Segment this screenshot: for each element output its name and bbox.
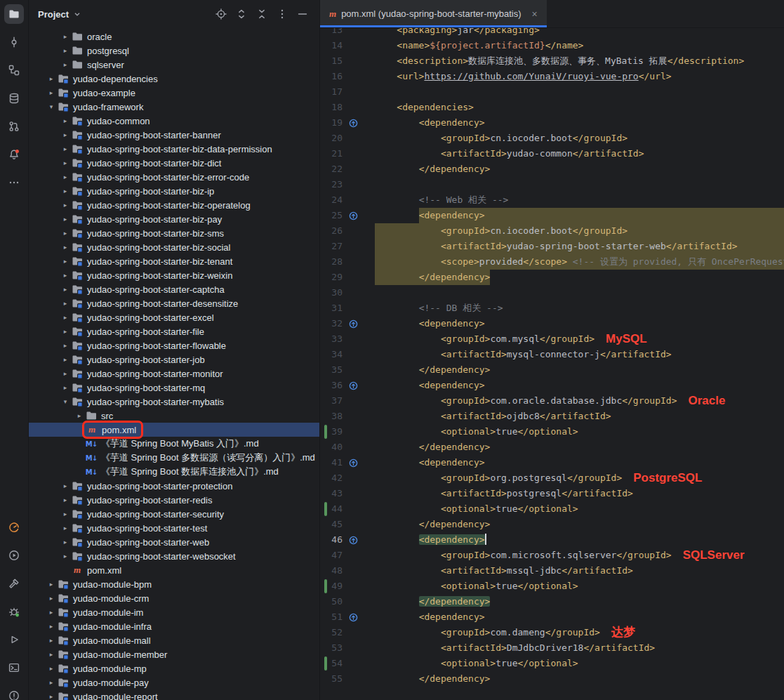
code-content[interactable]: <dependencies>: [375, 100, 784, 115]
dependency-gutter-icon[interactable]: [343, 609, 364, 625]
code-content[interactable]: [375, 285, 784, 301]
tool-terminal-icon[interactable]: [0, 654, 28, 682]
chevron-right-icon[interactable]: ▸: [60, 33, 71, 40]
tree-item[interactable]: M↓《芋道 Spring Boot 多数据源（读写分离）入门》.md: [29, 451, 319, 465]
tree-item[interactable]: ▸yudao-spring-boot-starter-web: [29, 535, 319, 549]
tree-item[interactable]: ▸yudao-module-mall: [29, 633, 319, 647]
editor-tab[interactable]: m pom.xml (yudao-spring-boot-starter-myb…: [320, 0, 547, 27]
tree-item[interactable]: ▸yudao-spring-boot-starter-desensitize: [29, 296, 319, 310]
code-content[interactable]: [375, 177, 784, 192]
chevron-right-icon[interactable]: ▸: [60, 202, 71, 209]
chevron-right-icon[interactable]: ▸: [60, 258, 71, 265]
code-content[interactable]: <description>数据库连接池、多数据源、事务、MyBatis 拓展</…: [375, 53, 784, 69]
tree-item[interactable]: ▸yudao-spring-boot-starter-biz-ip: [29, 184, 319, 198]
code-content[interactable]: <optional>true</optional>: [375, 424, 784, 440]
close-tab-icon[interactable]: ×: [532, 8, 538, 20]
dependency-gutter-icon[interactable]: [343, 532, 364, 548]
dependency-gutter-icon[interactable]: [343, 208, 364, 223]
tree-item[interactable]: mpom.xml: [29, 563, 319, 577]
code-content[interactable]: <optional>true</optional>: [375, 579, 784, 594]
tree-item[interactable]: ▸yudao-spring-boot-starter-excel: [29, 310, 319, 324]
tree-item[interactable]: ▸yudao-spring-boot-starter-biz-error-cod…: [29, 170, 319, 184]
code-content[interactable]: <dependency>: [375, 455, 784, 470]
dependency-gutter-icon[interactable]: [343, 316, 364, 331]
chevron-right-icon[interactable]: ▸: [46, 637, 57, 644]
tree-item[interactable]: ▸oracle: [29, 29, 319, 44]
tree-item[interactable]: ▸yudao-spring-boot-starter-job: [29, 352, 319, 366]
tree-item[interactable]: ▸yudao-spring-boot-starter-banner: [29, 128, 319, 142]
tree-item[interactable]: ▸yudao-common: [29, 114, 319, 128]
chevron-right-icon[interactable]: ▸: [60, 187, 71, 194]
chevron-right-icon[interactable]: ▸: [60, 286, 71, 293]
code-content[interactable]: <dependency>: [375, 115, 784, 131]
tree-item[interactable]: ▸yudao-spring-boot-starter-biz-pay: [29, 212, 319, 226]
code-content[interactable]: <artifactId>mysql-connector-j</artifactI…: [375, 347, 784, 362]
tree-item[interactable]: ▸yudao-spring-boot-starter-websocket: [29, 549, 319, 563]
code-content[interactable]: <artifactId>yudao-common</artifactId>: [375, 146, 784, 161]
tree-item[interactable]: ▸yudao-spring-boot-starter-file: [29, 324, 319, 338]
code-content[interactable]: [375, 84, 784, 100]
code-content[interactable]: <!-- Web 相关 -->: [375, 192, 784, 208]
dependency-gutter-icon[interactable]: [343, 115, 364, 131]
code-content[interactable]: <packaging>jar</packaging>: [375, 28, 784, 38]
chevron-right-icon[interactable]: ▸: [46, 693, 57, 700]
tree-item[interactable]: ▾yudao-spring-boot-starter-mybatis: [29, 395, 319, 409]
chevron-right-icon[interactable]: ▸: [46, 623, 57, 630]
code-content[interactable]: <groupId>com.dameng</groupId>达梦: [375, 625, 784, 640]
chevron-right-icon[interactable]: ▸: [60, 314, 71, 321]
code-content[interactable]: </dependency>: [375, 362, 784, 378]
tree-item[interactable]: mpom.xml: [29, 423, 319, 437]
expand-all-icon[interactable]: [234, 7, 248, 21]
chevron-down-icon[interactable]: ▾: [46, 103, 57, 110]
chevron-right-icon[interactable]: ▸: [60, 117, 71, 124]
code-content[interactable]: <!-- DB 相关 -->: [375, 301, 784, 316]
chevron-right-icon[interactable]: ▸: [60, 328, 71, 335]
code-content[interactable]: <dependency>: [375, 378, 784, 393]
chevron-right-icon[interactable]: ▸: [60, 272, 71, 279]
tool-project-icon[interactable]: [0, 0, 28, 28]
tool-database-icon[interactable]: [0, 84, 28, 112]
tree-item[interactable]: ▸yudao-module-pay: [29, 675, 319, 689]
tree-item[interactable]: ▸yudao-spring-boot-starter-redis: [29, 493, 319, 507]
tree-item[interactable]: ▸yudao-spring-boot-starter-security: [29, 507, 319, 521]
code-content[interactable]: <optional>true</optional>: [375, 656, 784, 671]
code-content[interactable]: <groupId>org.postgresql</groupId>Postgre…: [375, 470, 784, 486]
code-content[interactable]: </dependency>: [375, 594, 784, 609]
tree-item[interactable]: ▸yudao-spring-boot-starter-biz-operatelo…: [29, 198, 319, 212]
chevron-right-icon[interactable]: ▸: [60, 510, 71, 517]
chevron-right-icon[interactable]: ▸: [60, 216, 71, 223]
tree-item[interactable]: ▸yudao-spring-boot-starter-biz-sms: [29, 226, 319, 240]
tree-item[interactable]: ▸yudao-example: [29, 86, 319, 100]
tool-profiler-icon[interactable]: [0, 513, 28, 541]
chevron-right-icon[interactable]: ▸: [60, 230, 71, 237]
tree-item[interactable]: M↓《芋道 Spring Boot 数据库连接池入门》.md: [29, 465, 319, 479]
chevron-right-icon[interactable]: ▸: [60, 370, 71, 377]
chevron-right-icon[interactable]: ▸: [46, 581, 57, 588]
tree-item[interactable]: ▸yudao-spring-boot-starter-biz-weixin: [29, 268, 319, 282]
options-icon[interactable]: [275, 7, 289, 21]
tool-pull-requests-icon[interactable]: [0, 112, 28, 140]
chevron-right-icon[interactable]: ▸: [46, 595, 57, 602]
chevron-right-icon[interactable]: ▸: [60, 539, 71, 546]
code-editor[interactable]: 13 <packaging>jar</packaging>14 <name>${…: [320, 28, 784, 687]
chevron-right-icon[interactable]: ▸: [46, 679, 57, 686]
code-content[interactable]: <groupId>cn.iocoder.boot</groupId>: [375, 131, 784, 146]
code-content[interactable]: <url>https://github.com/YunaiV/ruoyi-vue…: [375, 69, 784, 84]
tree-item[interactable]: ▸yudao-spring-boot-starter-mq: [29, 381, 319, 395]
chevron-down-icon[interactable]: ▾: [60, 398, 71, 405]
code-content[interactable]: <dependency>: [375, 532, 784, 548]
code-content[interactable]: <optional>true</optional>: [375, 501, 784, 517]
chevron-right-icon[interactable]: ▸: [46, 651, 57, 658]
tree-item[interactable]: ▸yudao-module-mp: [29, 661, 319, 675]
tool-more-icon[interactable]: [0, 169, 28, 197]
code-content[interactable]: </dependency>: [375, 440, 784, 455]
code-content[interactable]: </dependency>: [375, 517, 784, 532]
tool-commit-icon[interactable]: [0, 28, 28, 56]
project-panel-title[interactable]: Project: [38, 9, 69, 20]
tree-item[interactable]: ▾yudao-framework: [29, 100, 319, 114]
dependency-gutter-icon[interactable]: [343, 455, 364, 470]
code-content[interactable]: <groupId>com.microsoft.sqlserver</groupI…: [375, 548, 784, 563]
tree-item[interactable]: ▸sqlserver: [29, 58, 319, 72]
chevron-down-icon[interactable]: [72, 9, 82, 19]
code-content[interactable]: <dependency>: [375, 609, 784, 625]
